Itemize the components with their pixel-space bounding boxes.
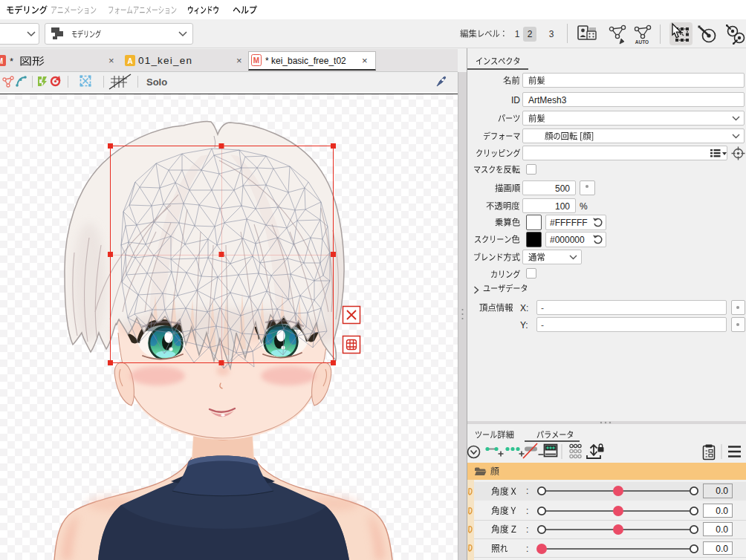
svg-text:AUTO: AUTO	[635, 39, 649, 45]
svg-text:M: M	[0, 57, 3, 65]
svg-text:A: A	[127, 57, 132, 65]
svg-text:M: M	[253, 56, 259, 65]
